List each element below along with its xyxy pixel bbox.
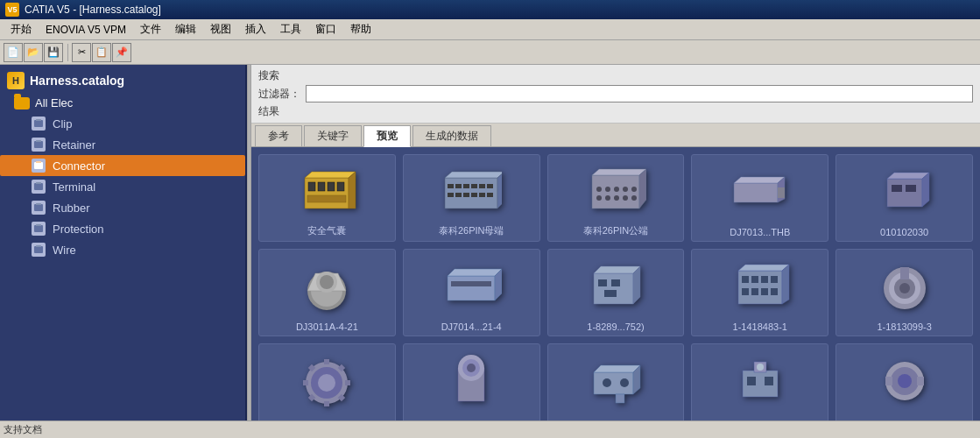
catalog-thumb-item7 [407, 255, 536, 318]
catalog-item-item4[interactable]: DJ7013...THB [691, 154, 828, 242]
svg-marker-24 [497, 172, 502, 208]
menu-item-帮助[interactable]: 帮助 [343, 20, 378, 39]
menu-item-开始[interactable]: 开始 [4, 20, 39, 39]
svg-rect-78 [742, 288, 749, 295]
catalog-item-item14[interactable] [691, 343, 828, 420]
statusbar: 支持文档 [0, 420, 980, 438]
search-area: 搜索 过滤器： 结果 [251, 65, 980, 124]
catalog-item-item6[interactable]: DJ3011A-4-21 [258, 249, 396, 336]
sidebar-header: H Harness.catalog [0, 65, 245, 93]
svg-rect-79 [751, 276, 758, 283]
catalog-thumb-item2 [407, 160, 536, 221]
folder-icon [14, 97, 30, 110]
toolbar-open[interactable]: 📂 [24, 43, 43, 62]
sidebar-item-rubber[interactable]: Rubber [0, 197, 245, 218]
menu-item-插入[interactable]: 插入 [238, 20, 273, 39]
sidebar-item-clip[interactable]: Clip [0, 113, 245, 134]
filter-input[interactable] [306, 85, 973, 102]
tab-generated[interactable]: 生成的数据 [412, 125, 491, 146]
svg-rect-8 [34, 204, 43, 211]
filter-label: 过滤器： [258, 87, 300, 102]
catalog-thumb-item10 [840, 255, 969, 318]
toolbar-paste[interactable]: 📌 [112, 43, 131, 62]
menu-item-文件[interactable]: 文件 [133, 20, 168, 39]
catalog-thumb-item11 [263, 350, 391, 413]
terminal-icon [32, 180, 46, 194]
sidebar-item-connector[interactable]: Connector [0, 155, 245, 176]
toolbar-copy[interactable]: 📋 [92, 43, 111, 62]
svg-rect-54 [887, 179, 922, 207]
svg-rect-32 [455, 193, 462, 197]
catalog-thumb-item1 [263, 160, 391, 221]
svg-rect-64 [448, 276, 495, 300]
catalog-item-item2[interactable]: 泰科26PIN母端 [403, 154, 540, 242]
svg-point-47 [614, 195, 619, 201]
svg-point-88 [899, 283, 910, 293]
svg-rect-17 [308, 182, 315, 191]
catalog-thumb-item13 [552, 350, 680, 413]
search-label: 搜索 [258, 68, 279, 83]
svg-rect-0 [34, 120, 43, 127]
svg-rect-120 [917, 377, 924, 385]
svg-rect-73 [604, 290, 617, 297]
svg-rect-2 [34, 141, 43, 148]
protection-label: Protection [53, 223, 104, 236]
catalog-thumb-item6 [263, 255, 391, 318]
catalog-item-item1[interactable]: 安全气囊 [258, 154, 396, 242]
catalog-item-item11[interactable] [258, 343, 396, 420]
sidebar-allElec[interactable]: All Elec [0, 93, 245, 113]
catalog-item-item12[interactable] [403, 343, 540, 420]
svg-rect-83 [771, 276, 778, 283]
svg-marker-15 [305, 172, 356, 178]
clip-label: Clip [53, 117, 72, 131]
catalog-item-item10[interactable]: 1-1813099-3 [835, 249, 973, 336]
svg-rect-34 [471, 193, 477, 197]
svg-marker-56 [922, 173, 929, 207]
svg-marker-55 [887, 173, 929, 179]
catalog-label-item1: 安全气囊 [307, 224, 346, 237]
catalog-thumb-item12 [407, 350, 536, 413]
menu-item-ENOVIA V5 VPM[interactable]: ENOVIA V5 VPM [39, 22, 133, 38]
tab-preview[interactable]: 预览 [363, 125, 411, 147]
catalog-item-item15[interactable] [835, 343, 973, 420]
menubar: 开始ENOVIA V5 VPM文件编辑视图插入工具窗口帮助 [0, 19, 980, 40]
toolbar-cut[interactable]: ✂ [72, 43, 91, 62]
menu-item-窗口[interactable]: 窗口 [308, 20, 343, 39]
allElec-label: All Elec [35, 96, 73, 110]
harness-catalog-icon: H [7, 72, 25, 89]
sidebar-item-wire[interactable]: Wire [0, 239, 245, 260]
svg-rect-67 [451, 281, 491, 286]
svg-rect-50 [734, 183, 778, 202]
svg-marker-39 [639, 169, 646, 208]
sidebar-item-terminal[interactable]: Terminal [0, 176, 245, 197]
svg-rect-37 [592, 175, 639, 208]
catalog-item-item7[interactable]: DJ7014...21-4 [403, 249, 540, 336]
tab-keyword[interactable]: 关键字 [304, 125, 362, 146]
menu-item-视图[interactable]: 视图 [203, 20, 238, 39]
toolbar-save[interactable]: 💾 [44, 43, 63, 62]
svg-rect-31 [448, 193, 454, 197]
catalog-item-item9[interactable]: 1-1418483-1 [691, 249, 828, 336]
svg-rect-115 [765, 377, 773, 385]
svg-rect-20 [337, 182, 344, 191]
svg-rect-27 [463, 184, 469, 188]
menu-item-编辑[interactable]: 编辑 [168, 20, 203, 39]
sidebar-item-retainer[interactable]: Retainer [0, 134, 245, 155]
catalog-thumb-item9 [695, 255, 824, 318]
catalog-label-item3: 泰科26PIN公端 [583, 224, 649, 237]
tab-ref[interactable]: 参考 [255, 125, 302, 146]
catalog-item-item5[interactable]: 010102030 [835, 154, 973, 242]
content-area: 搜索 过滤器： 结果 参考关键字预览生成的数据 安全气囊泰科26PIN母端泰科2… [251, 65, 980, 420]
menu-item-工具[interactable]: 工具 [273, 20, 308, 39]
catalog-item-item13[interactable] [547, 343, 685, 420]
title-text: CATIA V5 - [Harness.catalog] [25, 4, 161, 16]
svg-point-104 [467, 364, 476, 372]
catalog-item-item3[interactable]: 泰科26PIN公端 [547, 154, 685, 242]
svg-rect-57 [892, 185, 902, 192]
toolbar: 📄 📂 💾 ✂ 📋 📌 [0, 40, 980, 65]
catalog-item-item8[interactable]: 1-8289...752) [547, 249, 685, 336]
toolbar-new[interactable]: 📄 [4, 43, 23, 62]
sidebar-item-protection[interactable]: Protection [0, 218, 245, 239]
svg-rect-5 [36, 161, 41, 163]
svg-rect-29 [479, 184, 485, 188]
